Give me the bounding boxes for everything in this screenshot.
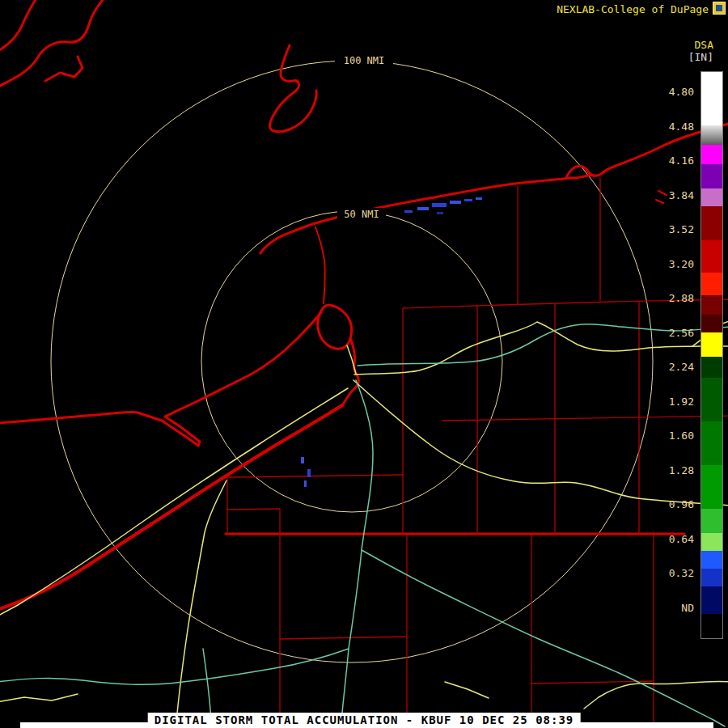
precip-echo <box>404 210 413 213</box>
precip-echo <box>304 480 307 487</box>
colorbar-segment <box>701 206 722 240</box>
precip-echoes <box>301 197 482 487</box>
colorbar-segment <box>701 357 722 378</box>
shoreline-canada-nw <box>0 0 37 52</box>
colorbar-segment <box>701 569 722 586</box>
legend-label: 0.32 <box>655 557 694 591</box>
legend-label: 2.56 <box>655 316 694 351</box>
shoreline-lake-simcoe <box>45 57 83 81</box>
legend-label: 1.60 <box>655 419 694 454</box>
ring-labels: 100 NMI 50 NMI <box>335 54 393 220</box>
colorbar-segment <box>701 421 722 465</box>
legend-label: 0.64 <box>655 523 694 557</box>
shoreline-georgian-bay <box>0 0 105 87</box>
ring-label-100nmi: 100 NMI <box>344 55 385 66</box>
road-bottom-mid <box>445 682 489 698</box>
legend-label: 3.52 <box>655 213 694 248</box>
legend-label: 3.84 <box>655 179 694 214</box>
colorbar-segment <box>701 125 722 145</box>
cod-flag-logo-icon <box>713 2 726 15</box>
legend-label: 1.28 <box>655 454 694 489</box>
legend-label: 4.80 <box>655 75 694 110</box>
precip-echo <box>464 199 472 201</box>
colorbar <box>700 71 723 639</box>
legend-label: 2.24 <box>655 350 694 385</box>
colorbar-segment <box>701 273 722 295</box>
brand-text: NEXLAB-College of DuPage <box>557 3 709 15</box>
colorbar-segment <box>701 614 722 638</box>
precip-echo <box>437 212 443 214</box>
precip-echo <box>301 457 304 463</box>
colorbar-segment <box>701 378 722 421</box>
grand-island <box>318 305 352 349</box>
units-label: [IN] <box>688 51 713 63</box>
state-shorelines <box>0 0 728 610</box>
road-bottom-left-winding <box>0 649 349 684</box>
colorbar-segment <box>701 465 722 509</box>
colorbar-segment <box>701 315 722 332</box>
legend-label: 4.16 <box>655 144 694 179</box>
colorbar-segment <box>701 295 722 315</box>
precip-echo <box>476 197 482 200</box>
radar-map: 100 NMI 50 NMI <box>0 0 728 728</box>
precip-echo <box>307 469 311 477</box>
legend-label: 2.88 <box>655 281 694 316</box>
colorbar-segment <box>701 164 722 188</box>
road-bottom-right <box>584 681 728 709</box>
precip-echo <box>432 203 447 207</box>
range-ring-50nmi <box>201 211 502 512</box>
colorbar-segment <box>701 145 722 164</box>
legend-label: 4.48 <box>655 110 694 145</box>
colorbar-segment <box>701 533 722 551</box>
county-lines <box>227 178 728 728</box>
ring-label-50nmi: 50 NMI <box>344 209 379 220</box>
niagara-river <box>315 227 325 303</box>
road-south-219 <box>176 480 226 728</box>
shoreline-toronto <box>270 45 317 132</box>
product-code: DSA <box>695 39 713 51</box>
shoreline-erie-north <box>0 312 321 446</box>
product-title: DIGITAL STORM TOTAL ACCUMULATION - KBUF … <box>148 713 581 728</box>
colorbar-segment <box>701 586 722 614</box>
range-ring-100nmi <box>51 61 653 662</box>
legend-label: 0.96 <box>655 488 694 523</box>
shoreline-erie-south <box>0 405 342 610</box>
range-rings <box>51 61 653 662</box>
roads-primary <box>0 320 728 728</box>
county-line <box>227 509 280 510</box>
colorbar-segment <box>701 72 722 125</box>
legend-label: 1.92 <box>655 385 694 420</box>
legend-label: ND <box>655 591 694 626</box>
legend-label: 3.20 <box>655 248 694 282</box>
county-line <box>280 637 407 639</box>
radar-screen: 100 NMI 50 NMI NEXLAB-College of DuPage … <box>0 0 728 728</box>
precip-echo <box>450 201 461 204</box>
road-bottom-left <box>0 694 78 702</box>
colorbar-segment <box>701 188 722 206</box>
precip-echo <box>417 207 429 210</box>
colorbar-segment <box>701 509 722 533</box>
colorbar-segment <box>701 551 722 569</box>
roads-secondary <box>0 324 728 728</box>
colorbar-segment <box>701 332 722 357</box>
legend-labels: 4.804.484.163.843.523.202.882.562.241.92… <box>655 75 694 625</box>
colorbar-segment <box>701 240 722 273</box>
